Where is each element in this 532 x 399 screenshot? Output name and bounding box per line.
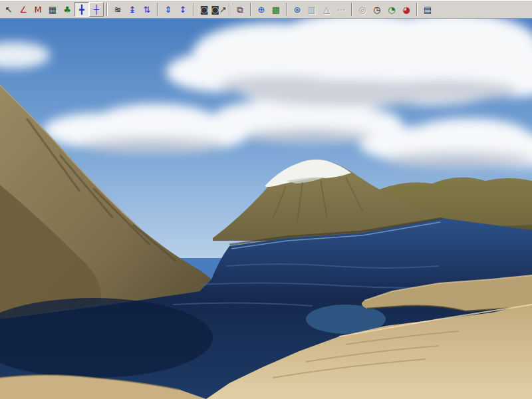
stretch-vertical-tool-icon: ⇕ [165,5,172,14]
select-tool-button[interactable]: ↖ [1,2,16,17]
export-snapshot-camera-icon: ◙↗ [211,5,227,14]
more-options-icon: ⋯ [337,5,346,14]
time-clock-tool-icon: ◷ [373,5,380,14]
distance-measure-tool-button[interactable]: M [31,2,45,17]
pan-navigate-tool-button[interactable]: ╋ [74,2,89,17]
toolbar-separator [286,3,287,16]
layers-tool-icon: ▥ [308,5,316,14]
move-baseline-tool-button[interactable]: ↨ [125,2,140,17]
terrain-3d-scene [0,19,532,399]
shift-vertical-tool-button[interactable]: ⇅ [140,2,154,17]
angle-measure-tool-button[interactable]: ∠ [16,2,31,17]
toolbar-separator [229,3,230,16]
query-navigate-tool-icon: ┼ [94,5,99,14]
copy-view-button[interactable]: ⧉ [233,2,247,17]
angle-measure-tool-icon: ∠ [19,5,27,14]
globe-navigate-icon: ⊛ [294,5,301,14]
globe-view-button[interactable]: ⊕ [254,2,269,17]
snapshot-camera-button[interactable]: ◙ [197,2,211,17]
grid-overlay-tool-button[interactable]: ▦ [45,2,60,17]
time-clock-tool-button[interactable]: ◷ [370,2,384,17]
toolbar-separator [416,3,418,16]
export-snapshot-camera-button[interactable]: ◙↗ [211,2,226,17]
timer-stop-tool-button[interactable]: ◕ [399,2,414,17]
timer-start-tool-icon: ◔ [388,5,395,14]
snapshot-camera-icon: ◙ [200,5,209,14]
timer-stop-tool-icon: ◕ [402,5,410,14]
terrain-profile-tool-icon: ≋ [114,5,122,14]
terrain-viewport[interactable] [0,19,532,399]
terrain-texture-view-icon: ▩ [272,5,280,14]
timer-start-tool-button[interactable]: ◔ [384,2,399,17]
query-navigate-tool-button[interactable]: ┼ [89,2,104,17]
vegetation-tool-button[interactable]: ♣ [60,2,74,17]
grid-overlay-tool-icon: ▦ [49,5,57,14]
more-options-button: ⋯ [334,2,348,17]
toolbar-separator [193,3,194,16]
toolbar-separator [157,3,158,16]
select-tool-icon: ↖ [5,5,13,14]
layers-tool-button: ▥ [305,2,319,17]
globe-view-icon: ⊕ [258,5,265,14]
globe-navigate-button[interactable]: ⊛ [290,2,305,17]
toolbar-separator [351,3,352,16]
terrain-viewer-app: ↖∠M▦♣╋┼≋↨⇅⇕↕◙◙↗⧉⊕▩⊛▥△⋯◎◷◔◕▤ [0,0,532,399]
vegetation-tool-icon: ♣ [63,5,71,14]
shift-vertical-tool-icon: ⇅ [144,5,151,14]
terrain-profile-tool-button[interactable]: ≋ [110,2,125,17]
stretch-vertical-tool-button[interactable]: ⇕ [161,2,176,17]
report-view-icon: ▤ [424,5,432,14]
scale-updown-tool-button[interactable]: ↕ [176,2,190,17]
analysis-tool-icon: △ [323,5,330,14]
scale-updown-tool-icon: ↕ [180,5,187,14]
toolbar-separator [106,3,108,16]
pan-navigate-tool-icon: ╋ [79,5,84,14]
analysis-tool-button: △ [319,2,334,17]
terrain-texture-view-button[interactable]: ▩ [269,2,283,17]
toolbar-separator [250,3,251,16]
move-baseline-tool-icon: ↨ [129,5,136,14]
report-view-button[interactable]: ▤ [420,2,435,17]
toolbar: ↖∠M▦♣╋┼≋↨⇅⇕↕◙◙↗⧉⊕▩⊛▥△⋯◎◷◔◕▤ [0,0,532,19]
copy-view-icon: ⧉ [237,5,243,14]
record-animation-icon: ◎ [358,5,366,14]
distance-measure-tool-icon: M [34,5,41,14]
record-animation-button: ◎ [355,2,370,17]
